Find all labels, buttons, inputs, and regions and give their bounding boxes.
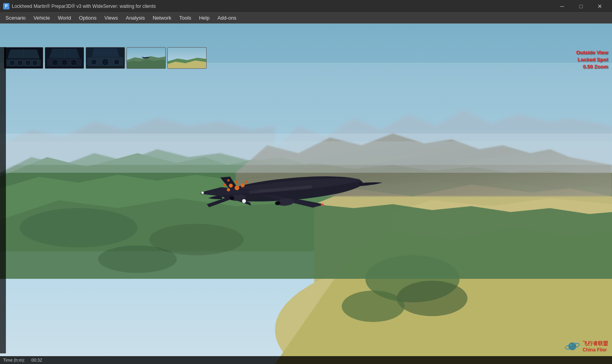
thumbnail-3[interactable] [86, 47, 125, 69]
thumbnail-strip [4, 47, 207, 69]
svg-point-18 [98, 245, 177, 273]
svg-point-44 [32, 60, 38, 66]
svg-point-50 [61, 59, 68, 66]
thumbnail-4[interactable] [126, 47, 166, 69]
svg-point-16 [20, 208, 137, 247]
svg-point-71 [570, 344, 572, 346]
left-panel [0, 47, 6, 353]
watermark-logo-svg [564, 338, 580, 354]
watermark-line1: 飞行者联盟 [583, 340, 608, 347]
svg-point-41 [9, 60, 15, 66]
menu-item-addons[interactable]: Add-ons [213, 13, 240, 22]
svg-point-58 [114, 59, 119, 65]
svg-point-43 [25, 60, 31, 66]
time-value: 00:32 [31, 358, 42, 362]
statusbar: Time (h:m): 00:32 [0, 356, 612, 364]
titlebar-controls: ─ □ ✕ [553, 0, 609, 12]
menu-item-vehicle[interactable]: Vehicle [29, 13, 54, 22]
thumbnail-5[interactable] [167, 47, 207, 69]
watermark-line2: China Flier [583, 347, 608, 353]
hud-overlay: Outside View Locked Spot 0.50 Zoom [576, 49, 608, 71]
close-button[interactable]: ✕ [591, 0, 609, 12]
svg-point-57 [102, 59, 109, 66]
svg-marker-60 [92, 48, 119, 57]
titlebar-left: P Lockheed Martin® Prepar3D® v3 with Wid… [3, 3, 156, 9]
app-icon: P [3, 3, 9, 9]
hud-spot-type: Locked Spot [576, 56, 608, 63]
main-viewport: Outside View Locked Spot 0.50 Zoom 飞行者联盟… [0, 24, 612, 364]
menu-item-network[interactable]: Network [149, 13, 176, 22]
watermark: 飞行者联盟 China Flier [564, 338, 608, 354]
svg-rect-38 [0, 141, 612, 165]
menubar: Scenario Vehicle World Options Views Ana… [0, 13, 612, 24]
svg-point-49 [52, 59, 58, 66]
thumbnail-2[interactable] [45, 47, 84, 69]
menu-item-views[interactable]: Views [101, 13, 122, 22]
menu-item-help[interactable]: Help [195, 13, 214, 22]
maximize-button[interactable]: □ [572, 0, 590, 12]
hud-view-type: Outside View [576, 49, 608, 56]
scene-svg [0, 24, 612, 364]
menu-item-tools[interactable]: Tools [175, 13, 195, 22]
menu-item-options[interactable]: Options [75, 13, 101, 22]
svg-point-51 [71, 59, 77, 66]
svg-point-56 [91, 59, 97, 65]
time-label: Time (h:m): [3, 358, 25, 362]
thumbnail-1[interactable] [4, 47, 43, 69]
menu-item-world[interactable]: World [54, 13, 75, 22]
watermark-text-block: 飞行者联盟 China Flier [583, 340, 608, 353]
title-text: Lockheed Martin® Prepar3D® v3 with WideS… [12, 4, 156, 9]
svg-marker-63 [127, 59, 165, 68]
svg-point-12 [397, 281, 467, 316]
menu-item-scenario[interactable]: Scenario [2, 13, 29, 22]
titlebar: P Lockheed Martin® Prepar3D® v3 with Wid… [0, 0, 612, 13]
svg-rect-59 [87, 66, 123, 68]
menu-item-analysis[interactable]: Analysis [122, 13, 148, 22]
svg-point-13 [342, 291, 405, 322]
svg-point-42 [17, 60, 23, 66]
minimize-button[interactable]: ─ [553, 0, 571, 12]
hud-zoom: 0.50 Zoom [576, 63, 608, 70]
